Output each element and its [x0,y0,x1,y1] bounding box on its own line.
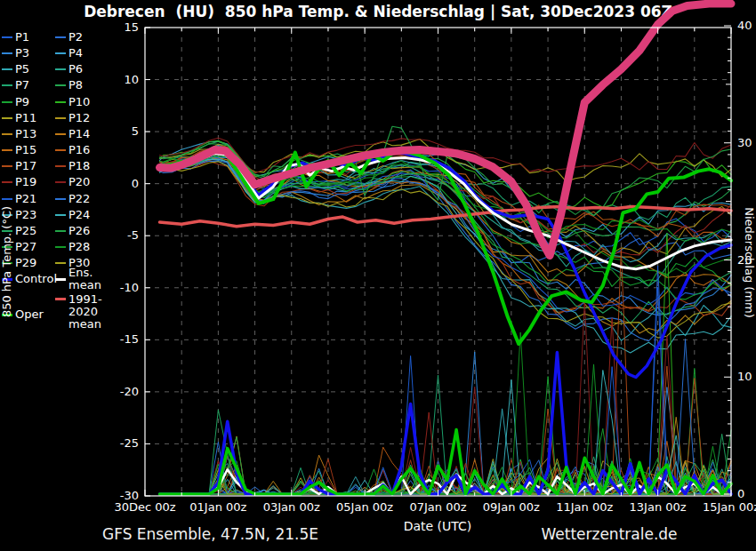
svg-text:0: 0 [132,177,139,190]
svg-text:30: 30 [737,136,752,149]
svg-text:05Jan 00z: 05Jan 00z [336,500,393,514]
svg-text:0: 0 [737,487,744,500]
x-axis-label: Date (UTC) [349,519,527,533]
svg-text:11Jan 00z: 11Jan 00z [556,500,613,514]
svg-text:03Jan 00z: 03Jan 00z [263,500,320,514]
svg-text:07Jan 00z: 07Jan 00z [409,500,466,514]
member-precip-line [160,233,732,494]
svg-text:-20: -20 [120,385,139,398]
ensemble-chart: 151050-5-10-15-20-25-3040302010030Dec 00… [0,0,756,551]
y-axis-label-temp: 850 hPa Temp. (°C) [0,156,13,369]
ensemble-member-temp-lines [160,126,732,353]
svg-text:-5: -5 [127,228,139,242]
footer-site-credit: Wetterzentrale.de [520,525,698,543]
ensemble-member-precip-lines [160,233,732,494]
svg-text:13Jan 00z: 13Jan 00z [630,500,687,514]
member-precip-line [160,287,732,494]
svg-text:40: 40 [737,19,752,32]
ensemble-meteogram-figure: Debrecen (HU) 850 hPa Temp. & Niederschl… [0,0,756,551]
svg-text:-10: -10 [120,281,139,294]
svg-text:10: 10 [124,73,139,86]
svg-text:09Jan 00z: 09Jan 00z [483,500,540,514]
y-axis-left-tick-labels: 151050-5-10-15-20-25-30 [120,20,139,502]
member-precip-line [160,266,732,494]
y-axis-label-precip: Niederschlag (mm) [743,156,756,370]
chart-canvas-wrap: 151050-5-10-15-20-25-3040302010030Dec 00… [0,0,756,551]
svg-text:01Jan 00z: 01Jan 00z [189,500,246,514]
x-axis-tick-labels: 30Dec 00z01Jan 00z03Jan 00z05Jan 00z07Ja… [114,500,756,514]
svg-text:10: 10 [737,370,752,383]
grid-lines [145,28,731,496]
svg-text:5: 5 [132,124,139,138]
member-precip-line [160,249,732,494]
svg-text:15Jan 00z: 15Jan 00z [703,500,756,514]
svg-text:15: 15 [124,20,139,34]
svg-text:-25: -25 [120,436,139,450]
svg-text:30Dec 00z: 30Dec 00z [114,500,175,514]
footer-model-info: GFS Ensemble, 47.5N, 21.5E [102,525,318,543]
svg-text:-15: -15 [120,332,139,346]
